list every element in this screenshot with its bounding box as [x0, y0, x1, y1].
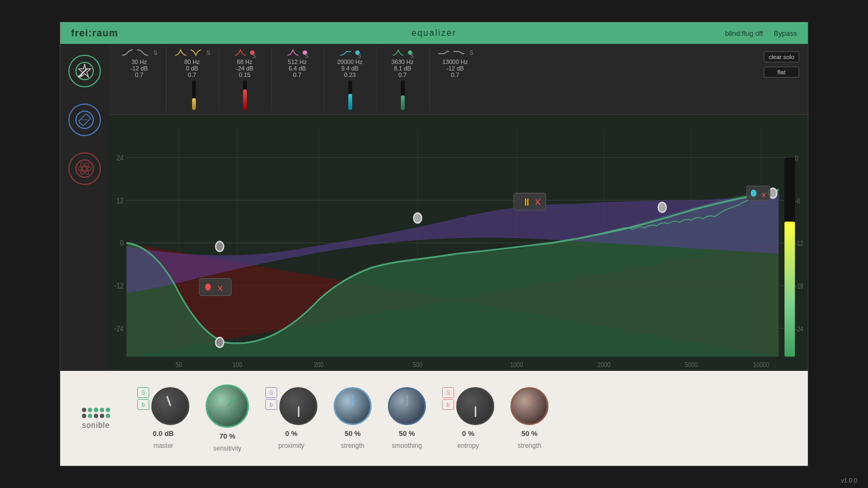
entropy-b-button[interactable]: b	[442, 399, 454, 410]
logo-dot-9	[100, 414, 104, 418]
svg-text:0: 0	[795, 154, 798, 162]
plugin-main: S 30 Hz -12 dB 0.7	[60, 44, 808, 371]
master-b-button[interactable]: b	[137, 399, 149, 410]
band-4-gain[interactable]: 6.4 dB	[289, 65, 306, 72]
blind-flug-button[interactable]: blind:flug off	[725, 29, 763, 37]
master-knob[interactable]	[151, 387, 189, 425]
svg-text:200: 200	[314, 361, 323, 369]
svg-text:24: 24	[117, 153, 124, 162]
band-3-solo[interactable]: S	[252, 53, 256, 59]
proximity-b-button[interactable]: b	[265, 399, 277, 410]
entropy-knob[interactable]	[456, 387, 494, 425]
app-title-left: frei:raum	[71, 28, 118, 39]
band-4-dot: S	[303, 50, 307, 55]
svg-text:1000: 1000	[510, 361, 523, 369]
band-5-freq[interactable]: 20000 Hz	[337, 59, 362, 65]
eq-section: S 30 Hz -12 dB 0.7	[109, 44, 808, 371]
header: frei:raum equalizer blind:flug off Bypas…	[60, 22, 808, 44]
band-3-gain[interactable]: -24 dB	[236, 65, 253, 72]
band-5-dot: S	[355, 50, 360, 55]
strength-label: strength	[341, 442, 364, 450]
svg-text:12: 12	[117, 196, 124, 204]
band-5-gain[interactable]: 9.4 dB	[341, 65, 359, 72]
master-s-button[interactable]: S	[137, 387, 149, 398]
eq-svg: 24 12 0 -12 -24 50 100 200 500 1000 2000…	[109, 115, 808, 371]
svg-text:10000: 10000	[753, 361, 769, 369]
band-1: S 30 Hz -12 dB 0.7	[113, 47, 165, 111]
proximity-knob[interactable]	[279, 387, 317, 425]
svg-point-48	[205, 284, 211, 291]
smoothing-value: 50 %	[399, 429, 415, 438]
band-5: S 20000 Hz 9.4 dB 0.23	[324, 47, 375, 111]
band-2-q[interactable]: 0.7	[188, 72, 196, 78]
sensitivity-knob[interactable]	[206, 384, 249, 428]
band-6-freq[interactable]: 3630 Hz	[392, 59, 414, 65]
band-2: S 80 Hz 0 dB 0.7	[166, 47, 218, 111]
strength2-knob-group: 50 % strength	[510, 387, 548, 450]
strength-knob[interactable]	[334, 387, 372, 425]
logo-dot-1	[82, 408, 86, 412]
band-6-q[interactable]: 0.7	[398, 72, 406, 78]
band-2-fader[interactable]	[192, 80, 196, 110]
entropy-sb-badge: S b	[442, 387, 454, 425]
magic-wand-icon[interactable]	[68, 55, 101, 87]
band-4: S 512 Hz 6.4 dB 0.7	[271, 47, 323, 111]
svg-text:-24: -24	[114, 324, 124, 332]
band-7-freq[interactable]: 13000 Hz	[442, 59, 468, 65]
svg-rect-54	[784, 222, 795, 357]
eq-graph[interactable]: 24 12 0 -12 -24 50 100 200 500 1000 2000…	[109, 115, 808, 371]
band-1-q[interactable]: 0.7	[135, 72, 143, 78]
smoothing-knob[interactable]	[388, 387, 426, 425]
master-sb-badge: S b	[137, 387, 149, 425]
strength2-knob[interactable]	[510, 387, 548, 425]
band-6-header: S	[380, 48, 425, 57]
svg-text:500: 500	[413, 361, 423, 369]
master-label: master	[154, 442, 174, 450]
band-5-header: S	[328, 48, 372, 57]
ruler-icon[interactable]	[68, 104, 101, 136]
band-5-type-icon	[339, 48, 352, 57]
band-2-header: S	[170, 48, 214, 57]
logo-dots	[82, 408, 110, 418]
band-3-freq[interactable]: 68 Hz	[237, 59, 253, 65]
proximity-s-button[interactable]: S	[265, 387, 277, 398]
app-title-center: equalizer	[412, 28, 457, 38]
bands-row: S 30 Hz -12 dB 0.7	[113, 47, 760, 111]
band-5-q[interactable]: 0.23	[344, 72, 355, 78]
master-knob-top: S b	[137, 387, 189, 425]
bypass-button[interactable]: Bypass	[774, 29, 797, 37]
band-2-solo[interactable]: S	[207, 50, 210, 56]
sensitivity-label: sensitivity	[213, 445, 241, 452]
band-1-freq[interactable]: 30 Hz	[131, 59, 147, 65]
band-7-gain[interactable]: -12 dB	[446, 65, 464, 72]
band-2-gain[interactable]: 0 dB	[186, 65, 199, 72]
header-controls: blind:flug off Bypass	[725, 29, 797, 37]
buttons-panel: clear solo flat	[760, 47, 803, 82]
entropy-s-button[interactable]: S	[442, 387, 454, 398]
svg-text:-18: -18	[795, 282, 803, 290]
svg-text:✕: ✕	[534, 196, 541, 208]
band-4-q[interactable]: 0.7	[293, 72, 301, 78]
band-4-freq[interactable]: 512 Hz	[288, 59, 307, 65]
band-3-active-dot: S	[250, 50, 254, 55]
band-7-solo[interactable]: S	[470, 50, 474, 56]
band-2-freq[interactable]: 80 Hz	[184, 59, 200, 65]
band-1-solo[interactable]: S	[154, 50, 157, 56]
band-1-gain[interactable]: -12 dB	[130, 65, 148, 72]
band-3-type-icon	[234, 48, 247, 57]
band-3-q[interactable]: 0.15	[239, 72, 250, 78]
flat-button[interactable]: flat	[764, 67, 799, 78]
strength-value: 50 %	[344, 429, 361, 438]
band-6-gain[interactable]: 8.1 dB	[394, 65, 411, 72]
entropy-sb-top: S b	[442, 387, 494, 425]
clear-solo-button[interactable]: clear solo	[764, 52, 799, 62]
band-7-q[interactable]: 0.7	[451, 72, 459, 78]
logo-text: sonible	[82, 421, 110, 429]
band-1-type-icon	[121, 48, 134, 57]
band-7-type-icon2	[452, 48, 465, 57]
entropy-sb-group: S b 0 % entropy	[442, 387, 494, 450]
band-1-header: S	[117, 48, 162, 57]
svg-text:100: 100	[232, 361, 242, 369]
atom-icon[interactable]	[68, 152, 101, 185]
logo-dot-7	[88, 414, 92, 418]
